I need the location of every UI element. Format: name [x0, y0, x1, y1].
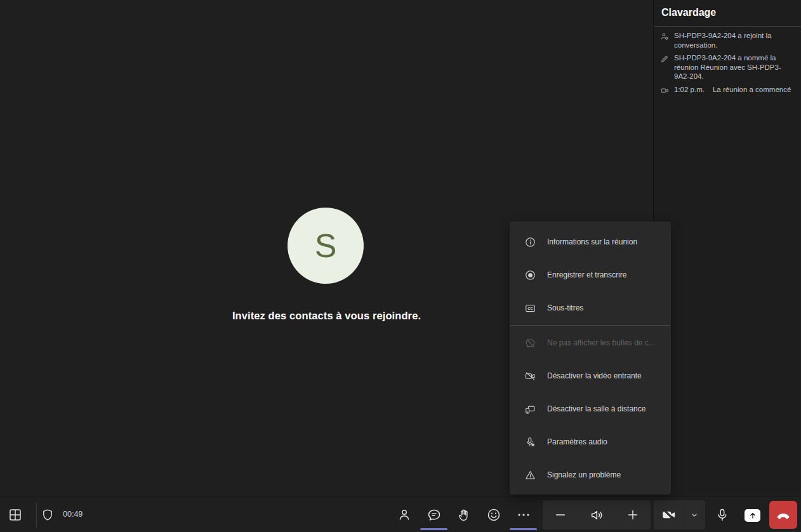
menu-item-label: Informations sur la réunion — [547, 237, 637, 246]
speaker-icon-button[interactable] — [581, 500, 612, 529]
more-options-menu: Informations sur la réunion Enregistrer … — [510, 222, 671, 495]
menu-item-disable-incoming-video[interactable]: Désactiver la vidéo entrante — [510, 359, 671, 392]
menu-item-record-transcribe[interactable]: Enregistrer et transcrire — [510, 258, 671, 291]
menu-item-disable-remote-room[interactable]: Désactiver la salle à distance — [510, 392, 671, 425]
chat-message: SH-PDP3-9A2-204 a rejoint la conversatio… — [660, 31, 796, 50]
avatar-letter: S — [315, 227, 337, 265]
info-icon — [524, 236, 536, 248]
captions-icon: CC — [524, 302, 536, 314]
chat-message: 1:02 p.m.La réunion a commencé — [660, 85, 796, 95]
reactions-button[interactable] — [479, 497, 508, 532]
audio-settings-icon — [524, 436, 536, 448]
chat-panel-title: Clavardage — [654, 0, 801, 27]
incoming-video-off-icon — [524, 370, 536, 382]
menu-item-label: Paramètres audio — [547, 437, 607, 446]
more-options-button[interactable] — [508, 497, 538, 532]
participants-button[interactable] — [389, 497, 419, 532]
menu-item-label: Enregistrer et transcrire — [547, 270, 626, 279]
report-problem-icon — [524, 469, 536, 481]
menu-divider — [510, 325, 670, 326]
menu-item-audio-settings[interactable]: Paramètres audio — [510, 425, 671, 458]
pencil-icon — [660, 53, 670, 81]
menu-item-label: Ne pas afficher les bulles de c... — [547, 338, 655, 347]
camera-options-chevron[interactable] — [684, 500, 705, 529]
chat-message-list: SH-PDP3-9A2-204 a rejoint la conversatio… — [654, 27, 801, 95]
camera-icon — [660, 85, 670, 95]
share-screen-button[interactable] — [745, 509, 760, 522]
menu-item-report-problem[interactable]: Signalez un problème — [510, 458, 671, 491]
chat-message-text: SH-PDP3-9A2-204 a nommé la réunion Réuni… — [674, 53, 796, 81]
toolbar-middle-cluster — [389, 497, 538, 532]
room-device-icon — [524, 403, 536, 415]
call-toolbar: 00:49 — [0, 496, 801, 532]
volume-down-button[interactable] — [545, 500, 576, 529]
menu-item-label: Désactiver la salle à distance — [547, 404, 645, 413]
chat-message-body: La réunion a commencé — [713, 86, 791, 93]
chat-active-indicator — [420, 528, 447, 530]
chat-bubbles-off-icon — [524, 337, 536, 349]
microphone-button[interactable] — [710, 502, 734, 528]
call-timer: 00:49 — [63, 510, 83, 519]
menu-item-captions[interactable]: CC Sous-titres — [510, 291, 671, 324]
camera-control-group — [654, 500, 705, 529]
menu-item-label: Désactiver la vidéo entrante — [547, 371, 642, 380]
avatar: S — [288, 208, 364, 284]
person-joined-icon — [660, 31, 670, 50]
menu-item-label: Signalez un problème — [547, 470, 621, 479]
chat-message-time: 1:02 p.m. — [674, 86, 705, 93]
security-shield-button[interactable] — [39, 506, 56, 524]
menu-item-label: Sous-titres — [547, 303, 583, 312]
more-options-active-indicator — [510, 528, 537, 530]
chat-message-text: SH-PDP3-9A2-204 a rejoint la conversatio… — [674, 31, 796, 50]
camera-off-button[interactable] — [654, 500, 684, 529]
chat-panel: Clavardage SH-PDP3-9A2-204 a rejoint la … — [653, 0, 801, 496]
record-icon — [524, 269, 536, 281]
volume-control-group — [543, 500, 651, 529]
gallery-layout-button[interactable] — [5, 505, 25, 525]
svg-text:CC: CC — [527, 307, 533, 310]
toolbar-divider — [36, 502, 37, 528]
chat-message: SH-PDP3-9A2-204 a nommé la réunion Réuni… — [660, 53, 796, 81]
menu-item-meeting-info[interactable]: Informations sur la réunion — [510, 225, 671, 258]
menu-item-hide-chat-bubbles: Ne pas afficher les bulles de c... — [510, 326, 671, 359]
chat-button[interactable] — [419, 497, 449, 532]
raise-hand-button[interactable] — [449, 497, 479, 532]
volume-up-button[interactable] — [618, 500, 648, 529]
chat-message-text: 1:02 p.m.La réunion a commencé — [674, 85, 791, 95]
hang-up-button[interactable] — [769, 501, 797, 529]
